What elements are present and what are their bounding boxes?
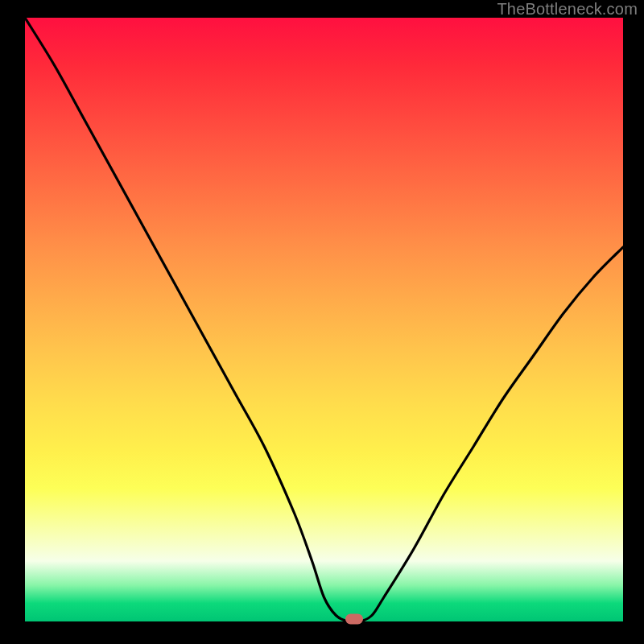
optimal-point-marker [345,614,363,625]
watermark-text: TheBottleneck.com [497,0,638,19]
bottleneck-curve [25,18,623,621]
chart-plot-area [25,18,623,621]
chart-frame [4,18,640,640]
